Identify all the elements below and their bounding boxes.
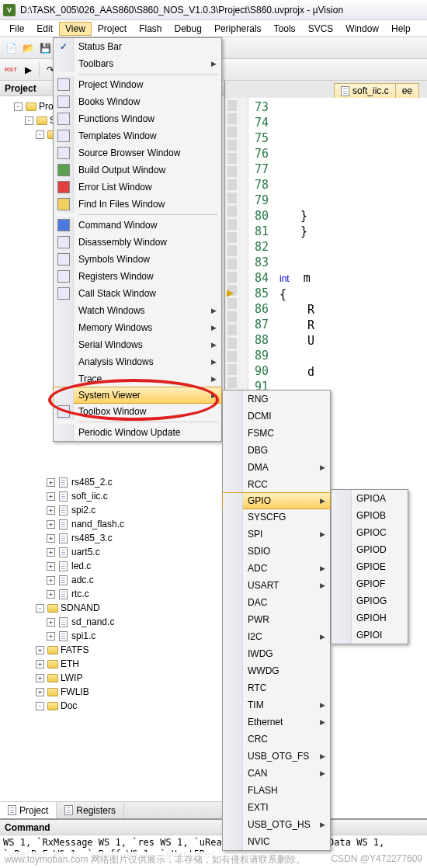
menu-tools[interactable]: Tools [268, 22, 302, 36]
save-icon[interactable]: 💾 [37, 40, 53, 56]
menu-edit[interactable]: Edit [30, 22, 59, 36]
expand-icon[interactable]: + [47, 618, 55, 627]
view-menu-toolbox-window[interactable]: Toolbox Window [54, 403, 221, 420]
gpio-item-gpioh[interactable]: GPIOH [332, 609, 408, 627]
sv-item-tim[interactable]: TIM▶ [223, 696, 330, 713]
tree-node[interactable]: +ETH [0, 657, 224, 671]
tree-node[interactable]: +LWIP [0, 671, 224, 685]
view-menu-status-bar[interactable]: ✓Status Bar [54, 38, 221, 55]
open-icon[interactable]: 📂 [20, 40, 36, 56]
sv-item-usb_otg_fs[interactable]: USB_OTG_FS▶ [223, 748, 330, 765]
sv-item-usart[interactable]: USART▶ [223, 577, 330, 594]
gpio-item-gpioc[interactable]: GPIOC [332, 524, 408, 541]
menu-project[interactable]: Project [92, 22, 133, 36]
sv-item-syscfg[interactable]: SYSCFG [223, 509, 330, 526]
menu-svcs[interactable]: SVCS [302, 22, 340, 36]
menu-peripherals[interactable]: Peripherals [208, 22, 268, 36]
tree-node[interactable]: +led.c [0, 559, 224, 573]
gpio-item-gpioe[interactable]: GPIOE [332, 558, 408, 575]
editor-tab-extra[interactable]: ee [396, 83, 419, 98]
tree-node[interactable]: +rs485_3.c [0, 531, 224, 545]
tree-node[interactable]: +sd_nand.c [0, 615, 224, 629]
menu-view[interactable]: View [59, 22, 92, 36]
gpio-item-gpioa[interactable]: GPIOA [332, 490, 408, 507]
view-menu-symbols-window[interactable]: Symbols Window [54, 251, 221, 268]
tree-node[interactable]: +uart5.c [0, 545, 224, 559]
expand-icon[interactable]: + [47, 548, 55, 557]
sv-item-adc[interactable]: ADC▶ [223, 560, 330, 577]
system-viewer-submenu[interactable]: RNGDCMIFSMCDBGDMA▶RCCGPIO▶SYSCFGSPI▶SDIO… [222, 390, 331, 851]
gpio-item-gpiog[interactable]: GPIOG [332, 592, 408, 609]
view-menu-system-viewer[interactable]: System Viewer▶ [53, 387, 222, 404]
sv-item-nvic[interactable]: NVIC [223, 833, 330, 850]
tree-node[interactable]: +spi2.c [0, 503, 224, 517]
expand-icon[interactable]: + [47, 478, 55, 487]
view-menu-watch-windows[interactable]: Watch Windows▶ [54, 302, 221, 319]
sv-item-rcc[interactable]: RCC [223, 476, 330, 493]
collapse-icon[interactable]: - [14, 102, 23, 111]
tree-node[interactable]: +spi1.c [0, 629, 224, 643]
gpio-submenu[interactable]: GPIOAGPIOBGPIOCGPIODGPIOEGPIOFGPIOGGPIOH… [331, 489, 408, 644]
view-menu-dropdown[interactable]: ✓Status BarToolbars▶Project WindowBooks … [53, 37, 222, 442]
expand-icon[interactable]: + [47, 520, 55, 529]
sv-item-dbg[interactable]: DBG [223, 442, 330, 459]
gpio-item-gpiod[interactable]: GPIOD [332, 541, 408, 558]
view-menu-registers-window[interactable]: Registers Window [54, 268, 221, 285]
tree-node[interactable]: +rtc.c [0, 587, 224, 601]
expand-icon[interactable]: + [47, 506, 55, 515]
view-menu-source-browser-window[interactable]: Source Browser Window [54, 144, 221, 161]
view-menu-templates-window[interactable]: Templates Window [54, 127, 221, 144]
sv-item-rtc[interactable]: RTC [223, 679, 330, 696]
view-menu-build-output-window[interactable]: Build Output Window [54, 161, 221, 179]
sv-item-rng[interactable]: RNG [223, 391, 330, 408]
view-menu-periodic-window-update[interactable]: Periodic Window Update [54, 424, 221, 441]
sv-item-dcmi[interactable]: DCMI [223, 408, 330, 425]
view-menu-serial-windows[interactable]: Serial Windows▶ [54, 336, 221, 353]
collapse-icon[interactable]: - [36, 702, 44, 710]
menu-window[interactable]: Window [339, 22, 385, 36]
sv-item-wwdg[interactable]: WWDG [223, 662, 330, 679]
menu-file[interactable]: File [3, 22, 30, 36]
tree-node[interactable]: +FWLIB [0, 685, 224, 699]
tree-node[interactable]: -Doc [0, 699, 224, 713]
sv-item-pwr[interactable]: PWR [223, 611, 330, 628]
gpio-item-gpiof[interactable]: GPIOF [332, 575, 408, 592]
sv-item-ethernet[interactable]: Ethernet▶ [223, 713, 330, 731]
view-menu-analysis-windows[interactable]: Analysis Windows▶ [54, 353, 221, 370]
panel-tab-registers[interactable]: Registers [57, 802, 124, 818]
view-menu-project-window[interactable]: Project Window [54, 76, 221, 93]
gpio-item-gpiob[interactable]: GPIOB [332, 507, 408, 524]
expand-icon[interactable]: + [47, 492, 55, 501]
expand-icon[interactable]: + [36, 646, 44, 654]
tree-node[interactable]: +soft_iic.c [0, 489, 224, 503]
menu-help[interactable]: Help [385, 22, 417, 36]
view-menu-memory-windows[interactable]: Memory Windows▶ [54, 319, 221, 336]
view-menu-books-window[interactable]: Books Window [54, 93, 221, 110]
expand-icon[interactable]: + [47, 632, 55, 641]
tree-node[interactable]: +rs485_2.c [0, 475, 224, 489]
tree-node[interactable]: +nand_flash.c [0, 517, 224, 531]
menu-flash[interactable]: Flash [133, 22, 168, 36]
sv-item-exti[interactable]: EXTI [223, 799, 330, 816]
expand-icon[interactable]: + [36, 688, 44, 696]
collapse-icon[interactable]: - [36, 130, 44, 139]
sv-item-gpio[interactable]: GPIO▶ [222, 492, 331, 509]
expand-icon[interactable]: + [47, 576, 55, 585]
new-icon[interactable]: 📄 [3, 40, 19, 56]
sv-item-dac[interactable]: DAC [223, 594, 330, 611]
collapse-icon[interactable]: - [25, 116, 33, 125]
view-menu-functions-window[interactable]: Functions Window [54, 110, 221, 127]
sv-item-fsmc[interactable]: FSMC [223, 425, 330, 442]
view-menu-command-window[interactable]: Command Window [54, 217, 221, 234]
sv-item-can[interactable]: CAN▶ [223, 765, 330, 782]
view-menu-disassembly-window[interactable]: Disassembly Window [54, 234, 221, 251]
sv-item-crc[interactable]: CRC [223, 731, 330, 748]
sv-item-dma[interactable]: DMA▶ [223, 459, 330, 476]
sv-item-spi[interactable]: SPI▶ [223, 526, 330, 543]
editor-tab[interactable]: soft_iic.c [334, 83, 396, 98]
view-menu-find-in-files-window[interactable]: Find In Files Window [54, 196, 221, 213]
sv-item-iwdg[interactable]: IWDG [223, 645, 330, 662]
view-menu-trace[interactable]: Trace▶ [54, 370, 221, 387]
collapse-icon[interactable]: - [36, 604, 44, 613]
expand-icon[interactable]: + [47, 534, 55, 543]
